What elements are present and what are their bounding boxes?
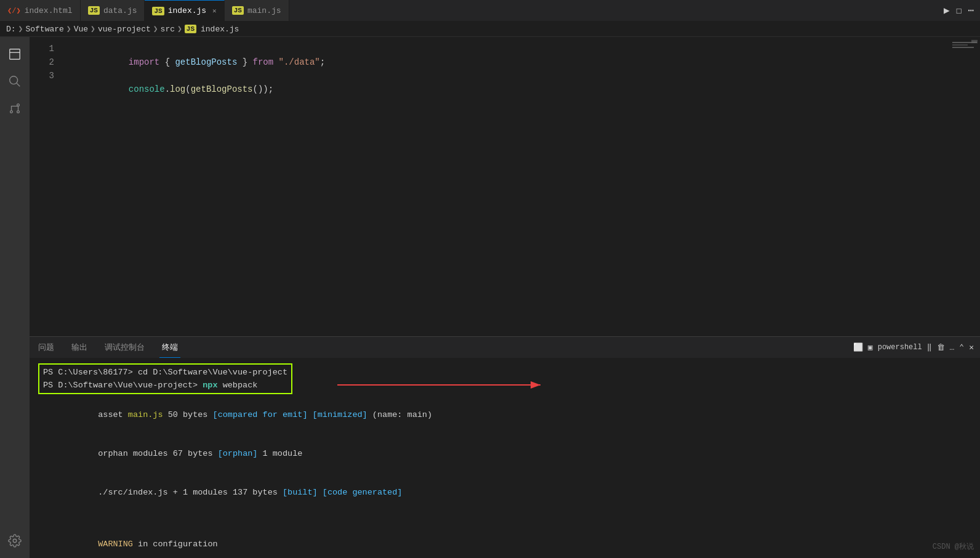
editor: 1 2 3 import { getBlogPosts } from "./da… — [30, 37, 980, 336]
svg-line-2 — [17, 83, 20, 86]
svg-point-6 — [13, 539, 17, 543]
run-icon[interactable]: ▶ — [944, 4, 950, 17]
code-line-1: import { getBlogPosts } from "./data"; — [66, 42, 937, 55]
bc-vue: Vue — [74, 25, 88, 34]
bc-filename: index.js — [201, 25, 239, 34]
minimap-line — [952, 44, 968, 46]
csdn-watermark: CSDN @秋说 — [933, 541, 974, 552]
bc-project: vue-project — [98, 25, 151, 34]
panel-split-icon[interactable]: ⬜ — [853, 342, 863, 352]
panel-trash-icon[interactable]: 🗑 — [937, 343, 945, 352]
panel-tab-problems[interactable]: 问题 — [36, 337, 57, 358]
sidebar-icon-search[interactable] — [2, 69, 27, 94]
tab-label-data-js: data.js — [103, 6, 137, 15]
editor-terminal-column: 1 2 3 import { getBlogPosts } from "./da… — [30, 37, 980, 558]
bc-software: Software — [25, 25, 63, 34]
svg-point-4 — [10, 111, 13, 113]
panel-tab-debug[interactable]: 调试控制台 — [102, 337, 147, 358]
code-line-3: console.log(getBlogPosts()); — [66, 69, 937, 83]
bc-src: src — [161, 25, 175, 34]
breadcrumb: D: ❯ Software ❯ Vue ❯ vue-project ❯ src … — [0, 22, 980, 37]
html-file-icon: ❮/❯ — [7, 6, 21, 15]
svg-point-5 — [17, 111, 20, 113]
term-line-cd: PS C:\Users\86177> cd D:\Software\Vue\vu… — [43, 366, 287, 379]
sidebar — [0, 37, 30, 558]
arrow-annotation — [331, 376, 577, 394]
term-blank-1 — [38, 512, 971, 525]
panel-tab-terminal[interactable]: 终端 — [159, 337, 180, 358]
term-line-asset: asset main.js 50 bytes [compared for emi… — [38, 395, 971, 434]
term-line-orphan: orphan modules 67 bytes [orphan] 1 modul… — [38, 434, 971, 473]
sidebar-icon-explorer[interactable] — [2, 42, 27, 67]
svg-rect-0 — [10, 49, 20, 60]
panel-collapse-icon[interactable]: ⌃ — [959, 342, 964, 352]
tab-index-html[interactable]: ❮/❯ index.html — [0, 0, 81, 21]
close-tab-icon[interactable]: ✕ — [212, 7, 217, 15]
tab-data-js[interactable]: JS data.js — [81, 0, 145, 21]
main-layout: 1 2 3 import { getBlogPosts } from "./da… — [0, 37, 980, 558]
tab-main-js[interactable]: JS main.js — [225, 0, 289, 21]
line-num-1: 1 — [30, 42, 54, 55]
terminal-content[interactable]: PS C:\Users\86177> cd D:\Software\Vue\vu… — [30, 358, 980, 558]
terminal-highlight-box: PS C:\Users\86177> cd D:\Software\Vue\vu… — [38, 363, 292, 394]
more-actions-icon[interactable]: ⋯ — [968, 4, 974, 17]
sidebar-icon-git[interactable] — [2, 96, 27, 121]
powershell-label-text: powershell — [878, 343, 922, 352]
tab-label-main-js: main.js — [247, 6, 281, 15]
code-content[interactable]: import { getBlogPosts } from "./data"; c… — [60, 37, 943, 336]
minimap — [943, 37, 980, 336]
svg-point-1 — [10, 76, 18, 84]
js-file-icon-main: JS — [232, 6, 244, 15]
panel-tabs: 问题 输出 调试控制台 终端 ⬜ ▣ — [30, 337, 980, 358]
tab-bar: ❮/❯ index.html JS data.js JS index.js ✕ … — [0, 0, 980, 22]
tab-index-js[interactable]: JS index.js ✕ — [145, 0, 224, 21]
line-numbers: 1 2 3 — [30, 37, 60, 336]
kw-import: import — [129, 57, 159, 67]
bc-js-badge: JS — [185, 25, 196, 33]
js-file-icon-data: JS — [88, 6, 100, 15]
panel-tab-output[interactable]: 输出 — [69, 337, 90, 358]
bc-drive: D: — [6, 25, 16, 34]
tab-label-index-html: index.html — [25, 6, 73, 15]
panel-actions: ⬜ ▣ powershell ‖ 🗑 … ⌃ ✕ — [853, 342, 974, 352]
panel-split-vert-icon[interactable]: ‖ — [927, 342, 932, 352]
minimap-line — [952, 47, 974, 48]
tab-label-index-js: index.js — [168, 6, 206, 15]
line-num-3: 3 — [30, 69, 54, 83]
panel-close-icon[interactable]: ✕ — [969, 342, 974, 352]
term-line-npx: PS D:\Software\Vue\vue-project> npx webp… — [43, 379, 287, 392]
sidebar-icon-settings[interactable] — [2, 528, 27, 553]
term-line-warning: WARNING in configuration — [38, 525, 971, 558]
minimap-scroll-indicator — [971, 40, 978, 43]
split-editor-icon[interactable]: ☐ — [956, 4, 962, 17]
line-num-2: 2 — [30, 55, 54, 69]
tab-actions: ▶ ☐ ⋯ — [938, 4, 980, 17]
term-line-index: ./src/index.js + 1 modules 137 bytes [bu… — [38, 473, 971, 512]
panel-more-icon[interactable]: … — [950, 343, 955, 352]
panel-split-icon2[interactable]: ▣ — [868, 342, 873, 352]
terminal-panel: 问题 输出 调试控制台 终端 ⬜ ▣ — [30, 336, 980, 558]
js-file-icon-index: JS — [152, 7, 164, 15]
